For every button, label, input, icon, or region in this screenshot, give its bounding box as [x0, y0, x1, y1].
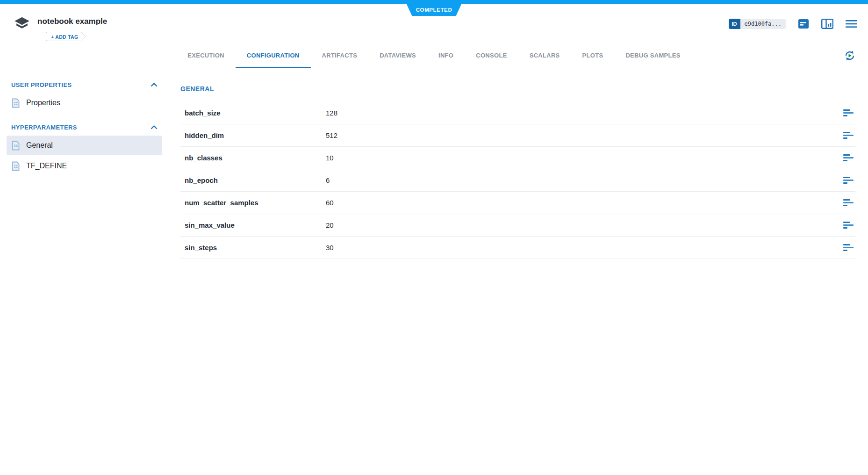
param-name: batch_size: [185, 109, 326, 117]
document-icon: [11, 141, 20, 151]
sidebar-item-general[interactable]: General: [7, 136, 162, 155]
document-icon: [11, 161, 20, 171]
param-bars-icon[interactable]: [841, 129, 855, 142]
param-row: nb_classes 10: [180, 147, 855, 169]
param-value: 128: [326, 109, 837, 117]
tab-debug-samples[interactable]: DEBUG SAMPLES: [614, 44, 691, 68]
param-name: num_scatter_samples: [185, 199, 326, 207]
sidebar-item-tf-define[interactable]: TF_DEFINE: [7, 156, 162, 176]
param-value: 20: [326, 221, 837, 229]
param-bars-icon[interactable]: [841, 196, 855, 209]
split-view-icon[interactable]: [821, 19, 833, 29]
param-value: 6: [326, 176, 837, 184]
section-label: HYPERPARAMETERS: [11, 124, 77, 131]
param-row: num_scatter_samples 60: [180, 192, 855, 214]
tab-artifacts[interactable]: ARTIFACTS: [311, 44, 369, 68]
sidebar-item-properties[interactable]: Properties: [7, 93, 162, 113]
sidebar-item-label: TF_DEFINE: [26, 162, 67, 170]
tabs-bar: EXECUTION CONFIGURATION ARTIFACTS DATAVI…: [0, 44, 868, 68]
menu-icon[interactable]: [846, 20, 857, 28]
section-label: USER PROPERTIES: [11, 81, 72, 88]
status-bar: [0, 0, 868, 4]
section-header-user-properties[interactable]: USER PROPERTIES: [7, 79, 162, 93]
sidebar-section-user-properties: USER PROPERTIES Properties: [7, 79, 162, 113]
param-row: sin_max_value 20: [180, 214, 855, 237]
id-value: e9d100fa...: [740, 19, 786, 29]
section-title: GENERAL: [180, 85, 855, 93]
param-row: batch_size 128: [180, 102, 855, 124]
param-name: hidden_dim: [185, 131, 326, 139]
document-icon: [11, 98, 20, 108]
chevron-up-icon: [151, 83, 158, 87]
param-row: hidden_dim 512: [180, 124, 855, 147]
param-bars-icon[interactable]: [841, 107, 855, 120]
id-label: ID: [729, 19, 740, 29]
sidebar: USER PROPERTIES Properties HYPERPARAMETE…: [0, 68, 169, 475]
param-name: nb_epoch: [185, 176, 326, 184]
param-name: sin_max_value: [185, 221, 326, 229]
page-title: notebook example: [37, 13, 107, 26]
sidebar-item-label: General: [26, 141, 53, 150]
tab-scalars[interactable]: SCALARS: [518, 44, 571, 68]
param-name: nb_classes: [185, 154, 326, 162]
param-row: sin_steps 30: [180, 237, 855, 259]
experiment-logo-icon: [13, 15, 31, 33]
chevron-up-icon: [151, 125, 158, 130]
tab-console[interactable]: CONSOLE: [465, 44, 518, 68]
experiment-id-badge[interactable]: ID e9d100fa...: [729, 19, 786, 29]
param-bars-icon[interactable]: [841, 151, 855, 165]
section-header-hyperparameters[interactable]: HYPERPARAMETERS: [7, 121, 162, 136]
tab-configuration[interactable]: CONFIGURATION: [236, 44, 311, 68]
param-bars-icon[interactable]: [841, 174, 855, 187]
add-tag-label: + ADD TAG: [51, 34, 78, 40]
param-value: 30: [326, 244, 837, 252]
sidebar-section-hyperparameters: HYPERPARAMETERS General: [7, 121, 162, 176]
tab-plots[interactable]: PLOTS: [571, 44, 615, 68]
status-badge: COMPLETED: [407, 4, 462, 16]
param-row: nb_epoch 6: [180, 169, 855, 192]
tab-dataviews[interactable]: DATAVIEWS: [368, 44, 427, 68]
add-tag-button[interactable]: + ADD TAG: [46, 32, 81, 41]
param-value: 10: [326, 154, 837, 162]
configuration-panel: GENERAL batch_size 128 hidden_dim 512 nb…: [169, 68, 868, 475]
tab-info[interactable]: INFO: [427, 44, 465, 68]
param-value: 512: [326, 131, 837, 139]
sidebar-item-label: Properties: [26, 99, 60, 107]
param-bars-icon[interactable]: [841, 241, 855, 254]
auto-refresh-icon[interactable]: [843, 49, 857, 63]
tab-execution[interactable]: EXECUTION: [176, 44, 236, 68]
param-value: 60: [326, 199, 837, 207]
details-panel-icon[interactable]: [798, 19, 809, 29]
param-name: sin_steps: [185, 244, 326, 252]
param-bars-icon[interactable]: [841, 219, 855, 232]
status-badge-label: COMPLETED: [416, 7, 452, 13]
